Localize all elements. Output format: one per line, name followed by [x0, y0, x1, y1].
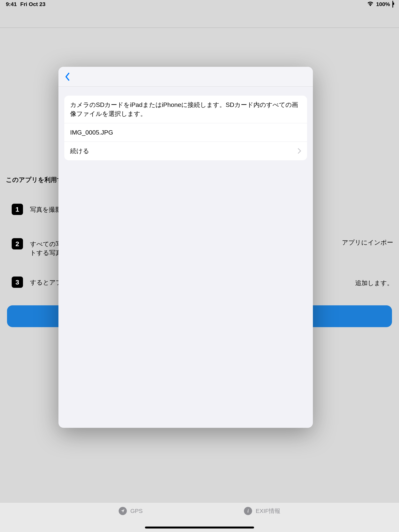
step-2-text-right: アプリにインポー: [342, 238, 393, 247]
modal-sheet: カメラのSDカードをiPadまたはiPhoneに接続します。SDカード内のすべて…: [58, 67, 313, 428]
tab-gps[interactable]: GPS: [119, 507, 143, 515]
filename-text: IMG_0005.JPG: [70, 128, 113, 137]
onboarding-step-3: 3 するとアプ: [12, 277, 62, 288]
chevron-right-icon: [298, 148, 301, 154]
navigation-icon: [119, 507, 127, 515]
status-time: 9:41: [6, 1, 17, 7]
filename-row[interactable]: IMG_0005.JPG: [64, 123, 307, 142]
tab-gps-label: GPS: [130, 508, 143, 514]
tab-exif-label: EXIF情報: [256, 507, 280, 515]
modal-card: カメラのSDカードをiPadまたはiPhoneに接続します。SDカード内のすべて…: [64, 96, 307, 160]
step-number-badge: 3: [12, 277, 23, 288]
step-3-text-right: 追加します。: [355, 279, 393, 287]
step-1-text: 写真を撮影: [30, 204, 61, 214]
instruction-row: カメラのSDカードをiPadまたはiPhoneに接続します。SDカード内のすべて…: [64, 96, 307, 123]
status-date: Fri Oct 23: [20, 1, 45, 7]
tab-exif[interactable]: i EXIF情報: [244, 507, 280, 515]
battery-percent: 100%: [376, 1, 390, 7]
tab-bar: GPS i EXIF情報: [0, 502, 399, 532]
step-number-badge: 1: [12, 204, 23, 215]
continue-label: 続ける: [70, 146, 89, 155]
home-indicator[interactable]: [145, 526, 254, 528]
step-number-badge: 2: [12, 238, 23, 249]
instruction-text: カメラのSDカードをiPadまたはiPhoneに接続します。SDカード内のすべて…: [70, 100, 301, 118]
onboarding-heading: このアプリを利用す: [6, 176, 63, 184]
step-2-text-left: すべての写 トする写真: [30, 238, 62, 257]
modal-nav-bar: [58, 67, 313, 87]
onboarding-step-1: 1 写真を撮影: [12, 204, 61, 215]
chevron-left-icon: [65, 73, 70, 81]
onboarding-step-2: 2 すべての写 トする写真: [12, 238, 62, 257]
info-icon: i: [244, 507, 252, 515]
battery-icon: [392, 1, 393, 7]
toolbar-divider: [0, 27, 399, 28]
step-3-text-left: するとアプ: [30, 277, 62, 287]
wifi-icon: [367, 1, 374, 8]
back-button[interactable]: [62, 71, 73, 83]
continue-row[interactable]: 続ける: [64, 142, 307, 160]
status-bar: 9:41 Fri Oct 23 100%: [0, 0, 399, 9]
